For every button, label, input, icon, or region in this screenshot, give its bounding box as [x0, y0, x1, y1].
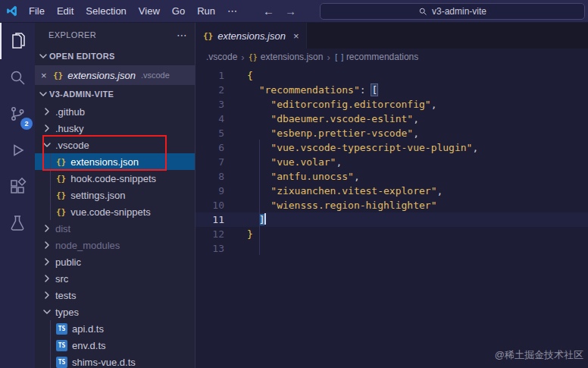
chevron-right-icon: [41, 289, 53, 301]
line-number: 13: [195, 241, 235, 256]
menu-edit[interactable]: Edit: [51, 0, 80, 23]
line-number: 4: [195, 112, 235, 126]
code-line-12[interactable]: 12}: [195, 227, 588, 241]
indent-guide: [50, 320, 51, 337]
code-text: "antfu.unocss",: [247, 169, 360, 184]
chevron-separator-icon: ›: [327, 52, 330, 63]
code-line-13[interactable]: 13: [195, 241, 588, 256]
explorer-icon[interactable]: [0, 23, 35, 59]
tree-item-env-d-ts[interactable]: TSenv.d.ts: [35, 337, 195, 354]
open-editor-path: .vscode: [141, 71, 170, 80]
code-line-4[interactable]: 4 "dbaeumer.vscode-eslint",: [195, 112, 588, 126]
menu-bar: FileEditSelectionViewGoRun: [23, 0, 221, 22]
tab-close-icon[interactable]: ×: [293, 30, 299, 42]
tree-item-hook-code-snippets[interactable]: {}hook.code-snippets: [35, 170, 195, 187]
line-number: 12: [195, 227, 235, 241]
tree-item-shims-vue-d-ts[interactable]: TSshims-vue.d.ts: [35, 354, 195, 368]
code-line-6[interactable]: 6 "vue.vscode-typescript-vue-plugin",: [195, 140, 588, 155]
tree-item-label: dist: [55, 223, 70, 234]
line-number: 5: [195, 126, 235, 140]
breadcrumb-item[interactable]: .vscode: [206, 52, 237, 62]
open-editor-extensions-json[interactable]: × {} extensions.json .vscode: [35, 65, 195, 85]
tree-item--husky[interactable]: .husky: [35, 120, 195, 137]
array-symbol-icon: [ ]: [334, 53, 343, 61]
code-line-9[interactable]: 9 "zixuanchen.vitest-explorer",: [195, 184, 588, 198]
tree-item-label: hook.code-snippets: [70, 173, 156, 184]
forward-arrow-icon[interactable]: →: [285, 5, 296, 17]
code-line-2[interactable]: 2 "recommendations": [: [195, 83, 588, 97]
extensions-icon[interactable]: [0, 168, 35, 205]
tree-item-label: env.d.ts: [72, 340, 106, 351]
tree-item--vscode[interactable]: .vscode: [35, 137, 195, 153]
json-file-icon: {}: [56, 157, 66, 167]
menu-more[interactable]: ⋯: [221, 0, 243, 23]
indent-guide: [50, 354, 51, 368]
search-activity-icon[interactable]: [0, 59, 35, 96]
code-line-8[interactable]: 8 "antfu.unocss",: [195, 169, 588, 184]
chevron-down-icon: [41, 139, 53, 151]
code-text: "recommendations": [: [247, 83, 377, 97]
code-line-5[interactable]: 5 "esbenp.prettier-vscode",: [195, 126, 588, 140]
tree-item-dist[interactable]: dist: [35, 220, 195, 237]
code-text: ]: [247, 212, 266, 227]
testing-icon[interactable]: [0, 205, 35, 241]
activity-bar: 2: [0, 23, 35, 368]
tree-item-tests[interactable]: tests: [35, 287, 195, 304]
tree-item-vue-code-snippets[interactable]: {}vue.code-snippets: [35, 203, 195, 220]
back-arrow-icon[interactable]: ←: [263, 5, 274, 17]
code-line-11[interactable]: 11 ]: [195, 212, 588, 227]
menu-go[interactable]: Go: [166, 0, 191, 23]
json-file-icon: {}: [56, 207, 66, 217]
open-editor-name: extensions.json: [67, 70, 136, 81]
menu-selection[interactable]: Selection: [80, 0, 132, 23]
menu-view[interactable]: View: [133, 0, 166, 23]
line-number: 9: [195, 184, 235, 198]
tab-extensions-json[interactable]: {} extensions.json ×: [195, 23, 307, 49]
menu-file[interactable]: File: [23, 0, 51, 23]
code-line-3[interactable]: 3 "editorconfig.editorconfig",: [195, 97, 588, 112]
code-line-1[interactable]: 1{: [195, 68, 588, 83]
tree-item-label: types: [55, 307, 79, 318]
chevron-right-icon: [41, 272, 53, 285]
sidebar-header: EXPLORER ⋯: [35, 23, 195, 47]
tree-item-public[interactable]: public: [35, 253, 195, 270]
explorer-sidebar: EXPLORER ⋯ OPEN EDITORS × {} extensions.…: [35, 23, 195, 368]
tree-item-label: .github: [55, 106, 85, 118]
code-editor[interactable]: 1{2 "recommendations": [3 "editorconfig.…: [195, 65, 588, 256]
chevron-down-icon: [41, 306, 53, 318]
tree-item-types[interactable]: types: [35, 304, 195, 320]
tree-item-settings-json[interactable]: {}settings.json: [35, 187, 195, 203]
tree-item-label: .vscode: [55, 140, 89, 151]
tree-item-label: api.d.ts: [72, 323, 104, 335]
command-center-search[interactable]: v3-admin-vite: [320, 3, 585, 20]
tree-item-node-modules[interactable]: node_modules: [35, 237, 195, 253]
tree-item-src[interactable]: src: [35, 270, 195, 287]
tree-item--github[interactable]: .github: [35, 103, 195, 120]
code-line-10[interactable]: 10 "wiensss.region-highlighter": [195, 198, 588, 212]
breadcrumb-item[interactable]: [ ]recommendations: [334, 52, 418, 62]
project-root-header[interactable]: V3-ADMIN-VITE: [35, 85, 195, 103]
open-editors-header[interactable]: OPEN EDITORS: [35, 47, 195, 65]
chevron-down-icon: [37, 50, 49, 62]
tab-bar: {} extensions.json ×: [195, 23, 588, 49]
menu-run[interactable]: Run: [191, 0, 221, 23]
tree-item-api-d-ts[interactable]: TSapi.d.ts: [35, 320, 195, 337]
line-number: 3: [195, 97, 235, 112]
tree-item-label: node_modules: [55, 240, 120, 251]
sidebar-more-actions[interactable]: ⋯: [177, 29, 187, 41]
run-debug-icon[interactable]: [0, 132, 35, 168]
code-line-7[interactable]: 7 "vue.volar",: [195, 155, 588, 169]
code-lines: 1{2 "recommendations": [3 "editorconfig.…: [195, 68, 588, 256]
source-control-icon[interactable]: 2: [0, 96, 35, 132]
editor-area: {} extensions.json × .vscode›{}extension…: [195, 23, 588, 368]
breadcrumb-item[interactable]: {}extensions.json: [249, 52, 324, 62]
project-root-label: V3-ADMIN-VITE: [49, 90, 114, 99]
close-icon[interactable]: ×: [41, 70, 53, 81]
tree-item-extensions-json[interactable]: {}extensions.json: [35, 153, 195, 170]
indent-guide: [50, 187, 51, 203]
text-cursor: [264, 213, 266, 225]
vscode-logo-icon: [0, 5, 23, 17]
json-file-icon: {}: [249, 53, 258, 61]
code-text: "zixuanchen.vitest-explorer",: [247, 184, 443, 198]
typescript-file-icon: TS: [56, 357, 67, 368]
